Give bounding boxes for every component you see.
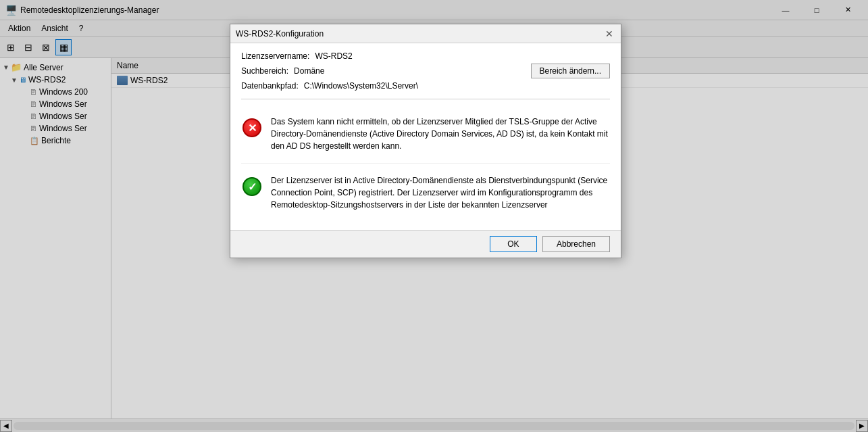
error-icon: ✕	[241, 117, 263, 139]
status-item-error: ✕ Das System kann nicht ermitteln, ob de…	[241, 105, 610, 164]
suchbereich-label: Suchbereich:	[241, 66, 288, 76]
cancel-button[interactable]: Abbrechen	[542, 236, 610, 252]
suchbereich-row: Suchbereich: Domäne Bereich ändern...	[241, 64, 610, 78]
servername-row: Lizenzservername: WS-RDS2	[241, 51, 610, 61]
dialog-close-button[interactable]: ✕	[603, 28, 615, 40]
dialog-title: WS-RDS2-Konfiguration	[236, 29, 603, 39]
dialog-info-section: Lizenzservername: WS-RDS2 Suchbereich: D…	[241, 51, 610, 91]
change-btn[interactable]: Bereich ändern...	[531, 64, 610, 78]
status-item-success: ✓ Der Lizenzserver ist in Active Directo…	[241, 164, 610, 222]
success-circle: ✓	[242, 177, 261, 196]
servername-label: Lizenzservername:	[241, 51, 309, 61]
error-circle: ✕	[242, 118, 261, 137]
servername-value: WS-RDS2	[315, 51, 352, 61]
datenbankpfad-label: Datenbankpfad:	[241, 81, 299, 91]
dialog-title-bar: WS-RDS2-Konfiguration ✕	[230, 24, 621, 43]
datenbankpfad-row: Datenbankpfad: C:\Windows\System32\LServ…	[241, 81, 610, 91]
dialog-ws-rds2-config: WS-RDS2-Konfiguration ✕ Lizenzservername…	[230, 24, 621, 258]
error-text: Das System kann nicht ermitteln, ob der …	[271, 116, 610, 152]
success-text: Der Lizenzserver ist in Active Directory…	[271, 174, 610, 211]
dialog-footer: OK Abbrechen	[230, 230, 621, 258]
suchbereich-value: Domäne	[294, 66, 324, 76]
main-window: 🖥️ Remotedesktoplizenzierungs-Manager — …	[0, 0, 868, 432]
success-icon: ✓	[241, 176, 263, 197]
ok-button[interactable]: OK	[490, 236, 537, 252]
modal-overlay: WS-RDS2-Konfiguration ✕ Lizenzservername…	[0, 0, 868, 432]
dialog-body: Lizenzservername: WS-RDS2 Suchbereich: D…	[230, 43, 621, 230]
separator	[241, 99, 610, 99]
datenbankpfad-value: C:\Windows\System32\LServer\	[304, 81, 418, 91]
